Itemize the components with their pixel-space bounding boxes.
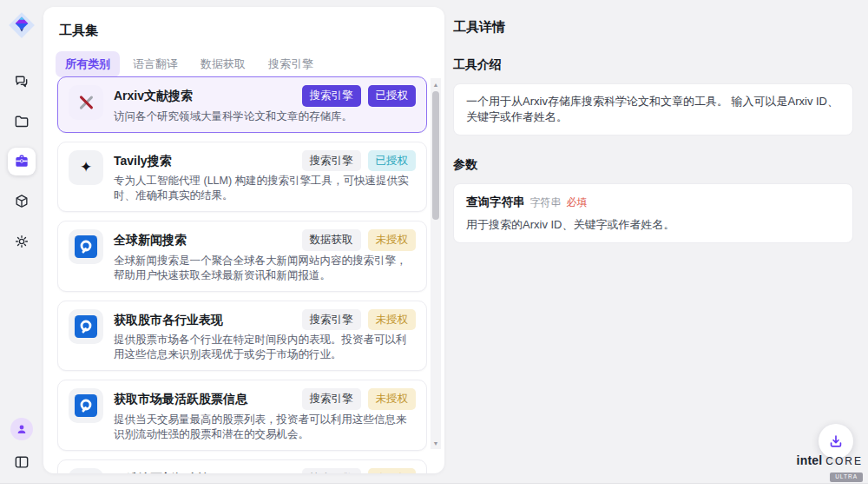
param-name: 查询字符串 (466, 195, 525, 208)
tools-panel: 工具集 所有类别语言翻译数据获取搜索引擎 ✦ (43, 7, 444, 473)
tool-tags: 数据获取 未授权 (302, 229, 417, 251)
tool-auth-tag: 未授权 (368, 309, 417, 331)
tools-list: ✦ Arxiv文献搜索 搜索引 (57, 76, 427, 473)
tool-tags: 搜索引擎 已授权 (302, 150, 417, 172)
sidebar-item-chat[interactable] (8, 68, 36, 96)
tool-name: Tavily搜索 (114, 153, 172, 169)
sidebar (0, 0, 43, 483)
tool-auth-tag: 已授权 (368, 150, 417, 172)
tool-icon-tile: ✦ (69, 468, 103, 474)
q-news-icon (75, 235, 97, 258)
tool-name: 获取股市各行业表现 (114, 312, 223, 327)
tool-name: 获取市场最活跃股票信息 (114, 391, 247, 406)
tool-auth-tag: 未授权 (368, 468, 417, 474)
intro-heading: 工具介绍 (453, 57, 853, 73)
arxiv-logo-icon (77, 94, 95, 111)
tool-tags: 搜索引擎 未授权 (302, 468, 417, 474)
tool-category-tag: 搜索引擎 (302, 85, 361, 107)
param-type: 字符串 (530, 196, 562, 208)
app-logo-icon (7, 10, 36, 40)
tool-description: 专为人工智能代理 (LLM) 构建的搜索引擎工具，可快速提供实时、准确和真实的结… (114, 174, 416, 203)
param-header: 查询字符串字符串必填 (466, 194, 840, 210)
tool-icon-tile: ✦ (69, 229, 103, 264)
param-required-badge: 必填 (567, 196, 588, 208)
tools-list-scrollbar[interactable]: ▲ ▼ (431, 78, 441, 449)
sidebar-item-toolbox[interactable] (8, 148, 36, 175)
params-heading: 参数 (453, 157, 853, 173)
panel-layout-icon (13, 453, 30, 471)
sidebar-item-cube[interactable] (8, 188, 36, 215)
tool-auth-tag: 未授权 (368, 229, 417, 251)
tab-0[interactable]: 所有类别 (56, 51, 120, 77)
tool-description: 提供当天交易量最高的股票列表，投资者可以利用这些信息来识别流动性强的股票和潜在的… (114, 413, 416, 442)
tool-category-tag: 搜索引擎 (302, 309, 361, 331)
tab-2[interactable]: 数据获取 (191, 51, 255, 77)
folder-icon (13, 113, 30, 130)
tool-card[interactable]: ✦ 获取股市各行业表现 搜索引 (57, 301, 427, 372)
core-wordmark: core (825, 455, 863, 467)
app-window: 工具集 所有类别语言翻译数据获取搜索引擎 ✦ (0, 0, 868, 484)
panel-toggle-button[interactable] (8, 448, 36, 476)
gear-icon (13, 233, 30, 250)
tool-icon-tile: ✦ (69, 150, 103, 185)
detail-title: 工具详情 (453, 19, 853, 36)
intel-core-logo: intelcore ultra (797, 453, 863, 482)
tool-card[interactable]: ✦ 获取市场最活跃股票信息 搜 (57, 380, 427, 451)
tool-tags: 搜索引擎 已授权 (302, 85, 417, 107)
toolbox-icon (13, 153, 30, 170)
scroll-up-arrow-icon[interactable]: ▲ (431, 79, 441, 89)
tool-card-main: Arxiv文献搜索 搜索引擎 已授权 访问各个研究领域大量科学论文和文章的存储库… (114, 85, 416, 124)
chat-icon (13, 73, 30, 90)
intel-ultra-badge: ultra (830, 472, 863, 482)
tool-card[interactable]: ✦ 全球新闻搜索 数据获取 (57, 221, 427, 292)
tab-1[interactable]: 语言翻译 (123, 51, 187, 77)
tool-category-tag: 数据获取 (302, 229, 361, 251)
tool-card-main: 全球新闻搜索 数据获取 未授权 全球新闻搜索是一个聚合全球各大新闻网站内容的搜索… (114, 229, 416, 283)
tool-description: 提供股票市场各个行业在特定时间段内的表现。投资者可以利用这些信息来识别表现优于或… (114, 333, 416, 362)
user-icon (15, 422, 29, 436)
tool-description: 访问各个研究领域大量科学论文和文章的存储库。 (114, 109, 416, 124)
tool-icon-tile: ✦ (69, 388, 103, 423)
tool-auth-tag: 未授权 (368, 388, 417, 410)
intro-text: 一个用于从Arxiv存储库搜索科学论文和文章的工具。 输入可以是Arxiv ID… (466, 94, 840, 125)
tool-card[interactable]: ✦ Arxiv文献搜索 搜索引 (57, 76, 427, 133)
tavily-star-icon: ✦ (80, 160, 92, 175)
q-news-icon (75, 394, 97, 417)
tool-card-main: 获取市场最活跃股票信息 搜索引擎 未授权 提供当天交易量最高的股票列表，投资者可… (114, 388, 416, 442)
download-icon (827, 433, 845, 450)
sidebar-item-settings[interactable] (8, 228, 36, 255)
tool-card[interactable]: ✦ 万维地区新闻查询 搜索引擎 (57, 459, 427, 474)
tool-name: 全球新闻搜索 (114, 232, 187, 248)
category-tabs: 所有类别语言翻译数据获取搜索引擎 (56, 51, 444, 77)
intel-wordmark: intel (797, 453, 823, 467)
tool-icon-tile: ✦ (69, 85, 103, 120)
intro-card: 一个用于从Arxiv存储库搜索科学论文和文章的工具。 输入可以是Arxiv ID… (453, 83, 853, 135)
tool-tags: 搜索引擎 未授权 (302, 388, 417, 410)
tab-3[interactable]: 搜索引擎 (259, 51, 323, 77)
tool-category-tag: 搜索引擎 (302, 388, 361, 410)
tool-category-tag: 搜索引擎 (302, 150, 361, 172)
tool-category-tag: 搜索引擎 (302, 468, 361, 474)
scroll-down-arrow-icon[interactable]: ▼ (431, 438, 441, 448)
tool-card-main: 万维地区新闻查询 搜索引擎 未授权 查询具体行政区划内的新闻，快速了解各地新闻动 (114, 468, 416, 474)
tool-name: 万维地区新闻查询 (114, 471, 211, 473)
tool-tags: 搜索引擎 未授权 (302, 309, 417, 331)
param-card: 查询字符串字符串必填 用于搜索的Arxiv ID、关键字或作者姓名。 (453, 183, 853, 243)
q-news-icon (75, 315, 97, 338)
scrollbar-thumb[interactable] (432, 91, 439, 220)
tool-auth-tag: 已授权 (368, 85, 417, 107)
tool-name: Arxiv文献搜索 (114, 88, 193, 103)
sidebar-item-folder[interactable] (8, 108, 36, 135)
tool-detail-panel: 工具详情 工具介绍 一个用于从Arxiv存储库搜索科学论文和文章的工具。 输入可… (444, 0, 868, 483)
tool-icon-tile: ✦ (69, 309, 103, 344)
tool-card[interactable]: ✦ Tavily搜索 搜索引擎 (57, 142, 427, 213)
tool-card-main: Tavily搜索 搜索引擎 已授权 专为人工智能代理 (LLM) 构建的搜索引擎… (114, 150, 416, 204)
cube-icon (13, 193, 30, 210)
param-description: 用于搜索的Arxiv ID、关键字或作者姓名。 (466, 217, 840, 233)
tools-panel-title: 工具集 (43, 7, 444, 39)
sidebar-bottom (0, 418, 43, 476)
sidebar-nav (0, 68, 43, 255)
tool-description: 全球新闻搜索是一个聚合全球各大新闻网站内容的搜索引擎，帮助用户快速获取全球最新资… (114, 254, 416, 283)
user-avatar[interactable] (10, 418, 33, 440)
tool-card-main: 获取股市各行业表现 搜索引擎 未授权 提供股票市场各个行业在特定时间段内的表现。… (114, 309, 416, 363)
